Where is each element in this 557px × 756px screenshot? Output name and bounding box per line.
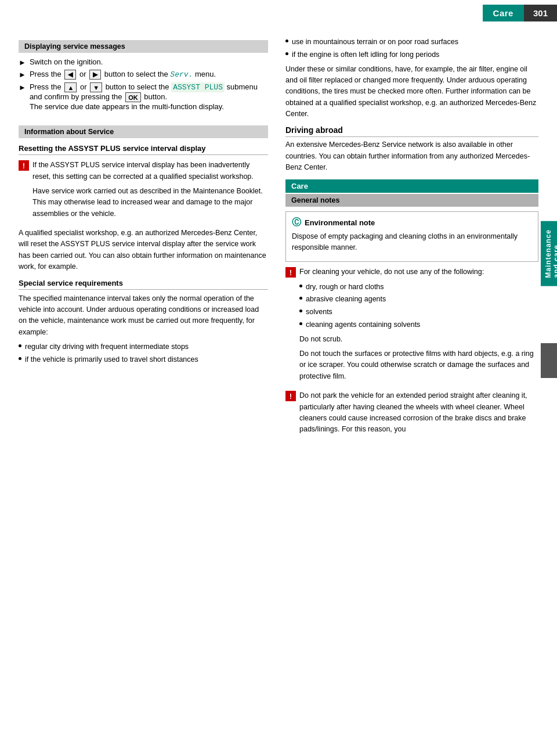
warning-box-2: ! For cleaning your vehicle, do not use …	[285, 267, 538, 386]
cleaning-bullet-1: dry, rough or hard cloths	[299, 282, 538, 293]
warning-icon-1: !	[19, 160, 29, 171]
cleaning-text-3: solvents	[306, 307, 332, 318]
up-button-graphic: ▲	[64, 82, 77, 92]
under-conditions-para: Under these or similar conditions, have,…	[285, 64, 538, 120]
step2-item: ► Press the ◀ or ▶ button to select the …	[19, 70, 268, 80]
bullet-text-top-2: if the engine is often left idling for l…	[292, 49, 439, 60]
cleaning-bullet-2: abrasive cleaning agents	[299, 294, 538, 305]
step3-or: or	[80, 82, 87, 91]
right-column: use in mountainous terrain or on poor ro…	[285, 34, 538, 444]
bullets-list-top: use in mountainous terrain or on poor ro…	[285, 37, 538, 60]
bullet-dot-top-1	[285, 39, 288, 42]
env-icon: Ⓒ	[292, 217, 301, 229]
header-care-label: Care	[483, 5, 524, 21]
step3-prefix: Press the	[30, 82, 62, 91]
warn3-text: Do not park the vehicle for an extended …	[299, 390, 538, 435]
resetting-heading: Resetting the ASSYST PLUS service interv…	[19, 144, 268, 155]
bullet-text-1: regular city driving with frequent inter…	[25, 341, 189, 352]
cleaning-dot-4	[299, 322, 302, 325]
warning-text-1: If the ASSYST PLUS service interval disp…	[32, 160, 268, 223]
qualified-para: A qualified specialist workshop, e.g. an…	[19, 228, 268, 273]
step3-item: ► Press the ▲ or ▼ button to select the …	[19, 82, 268, 111]
step1-text: Switch on the ignition.	[30, 57, 268, 66]
bullet-item-1: regular city driving with frequent inter…	[19, 341, 268, 352]
side-tab-accent	[541, 343, 557, 378]
bullet-item-top-1: use in mountainous terrain or on poor ro…	[285, 37, 538, 48]
general-notes-label: General notes	[285, 194, 538, 207]
cleaning-text-1: dry, rough or hard cloths	[306, 282, 384, 293]
ok-button-graphic: OK	[125, 92, 141, 102]
warn2-text: For cleaning your vehicle, do not use an…	[299, 267, 538, 278]
bullet-text-2: if the vehicle is primarily used to trav…	[25, 354, 198, 365]
care-section-label: Care	[285, 179, 538, 193]
step2-or: or	[79, 70, 86, 78]
header-right: Care 301	[483, 5, 557, 21]
arrow-bullet-3: ►	[19, 83, 26, 92]
right-button-graphic: ▶	[89, 70, 101, 80]
header-page-number: 301	[524, 5, 557, 21]
special-heading: Special service requirements	[19, 279, 268, 290]
cleaning-text-4: cleaning agents containing solvents	[306, 319, 420, 330]
page-header: Care 301	[0, 0, 557, 24]
cleaning-dot-1	[299, 285, 302, 287]
arrow-bullet-1: ►	[19, 58, 26, 67]
cleaning-bullet-4: cleaning agents containing solvents	[299, 319, 538, 330]
warning-icon-2: !	[285, 267, 296, 278]
step1-item: ► Switch on the ignition.	[19, 57, 268, 67]
assyst-plus-text: ASSYST PLUS	[171, 82, 225, 92]
left-column: Displaying service messages ► Switch on …	[19, 34, 268, 444]
section-information-service: Information about Service	[19, 125, 268, 138]
warning-box-1: ! If the ASSYST PLUS service interval di…	[19, 160, 268, 223]
step3-note: The service due date appears in the mult…	[30, 102, 224, 111]
environmental-note-box: Ⓒ Environmental note Dispose of empty pa…	[285, 211, 538, 262]
step2-menu-suffix: menu.	[195, 70, 216, 78]
warning-icon-3: !	[285, 391, 296, 401]
step3-suffix: button to select the	[106, 82, 169, 91]
step2-text: Press the ◀ or ▶ button to select the Se…	[30, 70, 268, 80]
side-tab-maintenance: Maintenance and care	[541, 221, 557, 286]
warning-box-3: ! Do not park the vehicle for an extende…	[285, 390, 538, 439]
cleaning-text-2: abrasive cleaning agents	[306, 294, 386, 305]
driving-abroad-heading: Driving abroad	[285, 125, 538, 137]
env-note-header: Ⓒ Environmental note	[292, 217, 532, 229]
serv-menu: Serv.	[170, 70, 193, 79]
env-note-text: Dispose of empty packaging and cleaning …	[292, 231, 532, 254]
cleaning-bullet-3: solvents	[299, 307, 538, 318]
step2-prefix: Press the	[30, 70, 62, 78]
warn1-para2: Have service work carried out as describ…	[32, 186, 268, 219]
bullet-item-top-2: if the engine is often left idling for l…	[285, 49, 538, 60]
cleaning-dot-2	[299, 297, 302, 300]
special-para: The specified maintenance interval takes…	[19, 293, 268, 339]
step2-suffix: button to select the	[104, 70, 168, 78]
step3-btn-suffix: button.	[144, 92, 167, 101]
env-note-heading: Environmental note	[305, 218, 375, 227]
cleaning-bullets: dry, rough or hard cloths abrasive clean…	[299, 282, 538, 330]
down-button-graphic: ▼	[90, 82, 102, 92]
bullets-list-1: regular city driving with frequent inter…	[19, 341, 268, 365]
do-not-scrub: Do not scrub.	[299, 334, 538, 345]
bullet-dot-2	[19, 357, 21, 360]
arrow-bullet-2: ►	[19, 70, 26, 79]
bullet-text-top-1: use in mountainous terrain or on poor ro…	[292, 37, 458, 48]
page-body: Displaying service messages ► Switch on …	[0, 24, 557, 454]
step3-text: Press the ▲ or ▼ button to select the AS…	[30, 82, 268, 111]
warning-text-2: For cleaning your vehicle, do not use an…	[299, 267, 538, 386]
bullet-item-2: if the vehicle is primarily used to trav…	[19, 354, 268, 365]
warn1-para1: If the ASSYST PLUS service interval disp…	[32, 160, 268, 182]
bullet-dot-1	[19, 344, 21, 347]
bullet-dot-top-2	[285, 52, 288, 55]
section-displaying-service-messages: Displaying service messages	[19, 40, 268, 53]
driving-abroad-para: An extensive Mercedes-Benz Service netwo…	[285, 139, 538, 173]
do-not-touch: Do not touch the surfaces or protective …	[299, 348, 538, 382]
cleaning-dot-3	[299, 309, 302, 312]
left-button-graphic: ◀	[64, 70, 76, 80]
